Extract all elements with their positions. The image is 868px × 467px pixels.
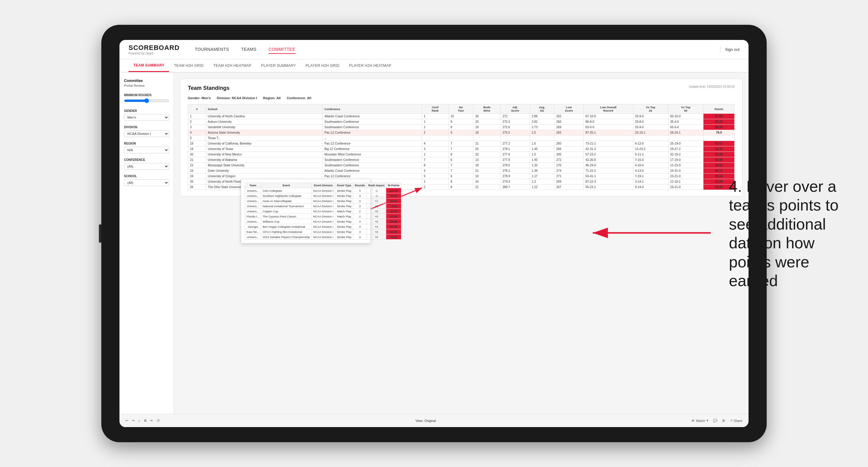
watch-button[interactable]: 👁 Watch ▾ xyxy=(691,418,708,423)
conference-filter-value: All xyxy=(307,96,311,100)
filter-school: School (All) xyxy=(124,175,169,186)
tab-player-summary[interactable]: PLAYER SUMMARY xyxy=(256,59,301,72)
division-filter-value: NCAA Division I xyxy=(232,96,257,100)
report-header: Team Standings Update time: 13/03/2024 1… xyxy=(188,85,735,91)
table-row[interactable]: 3Vanderbilt UniversitySoutheastern Confe… xyxy=(188,125,735,130)
feedback-button[interactable]: 💬 xyxy=(713,418,717,423)
content-area: Team Standings Update time: 13/03/2024 1… xyxy=(174,72,748,414)
app-logo-sub: Powered by clippd xyxy=(128,52,180,55)
tooltip-col-team: Team xyxy=(245,183,261,188)
conference-filter-label: Conference: xyxy=(287,96,306,100)
tooltip-table-row: GeorgiaBen Hogan Collegiate Invitational… xyxy=(245,224,401,229)
col-vs25: Vs Top25 xyxy=(633,104,668,114)
bottom-toolbar: ↩ ↪ ⌂ ⊞ ✏ ⏱ View: Original 👁 Watch ▾ 💬 ⊞… xyxy=(120,414,748,427)
sign-out-button[interactable]: Sign out xyxy=(725,47,740,52)
filter-min-rounds-label: Minimum Rounds xyxy=(124,93,169,97)
table-row[interactable]: 18University of California, BerkeleyPac-… xyxy=(188,141,735,146)
filter-min-rounds: Minimum Rounds xyxy=(124,93,169,104)
redo-button[interactable]: ↪ xyxy=(132,418,134,423)
min-rounds-slider[interactable] xyxy=(124,98,169,103)
report-filters-display: Gender: Men's Division: NCAA Division I … xyxy=(188,96,735,100)
copy-button[interactable]: ⊞ xyxy=(144,418,147,423)
conference-select[interactable]: (All) xyxy=(124,163,169,170)
tablet-frame: SCOREBOARD Powered by clippd TOURNAMENTS… xyxy=(101,25,767,442)
app-header: SCOREBOARD Powered by clippd TOURNAMENTS… xyxy=(120,40,748,59)
nav-tournaments[interactable]: TOURNAMENTS xyxy=(195,45,229,54)
home-button[interactable]: ⌂ xyxy=(138,419,140,423)
timer-button[interactable]: ⏱ xyxy=(157,419,160,423)
tab-team-summary[interactable]: TEAM SUMMARY xyxy=(128,59,169,72)
tab-team-h2h-heatmap[interactable]: TEAM H2H HEATMAP xyxy=(208,59,256,72)
table-row[interactable]: 22Mississippi State UniversitySoutheaste… xyxy=(188,163,735,168)
filter-division-label: Division xyxy=(124,126,169,129)
filter-conference-label: Conference xyxy=(124,158,169,161)
region-filter-display: Region: All xyxy=(263,96,281,100)
division-select[interactable]: NCAA Division I NCAA Division II NCAA Di… xyxy=(124,130,169,137)
col-conference: Conference xyxy=(322,104,422,114)
tab-team-h2h-grid[interactable]: TEAM H2H GRID xyxy=(169,59,208,72)
tooltip-col-type: Event Type xyxy=(335,183,353,188)
tablet-screen: SCOREBOARD Powered by clippd TOURNAMENTS… xyxy=(120,40,748,427)
division-filter-display: Division: NCAA Division I xyxy=(217,96,257,100)
col-school: School xyxy=(206,104,323,114)
draw-button[interactable]: ✏ xyxy=(150,418,153,423)
update-time: Update time: 13/03/2024 10:03:42 xyxy=(689,85,735,88)
table-row[interactable]: 23Duke UniversityAtlantic Coast Conferen… xyxy=(188,168,735,174)
region-filter-label: Region: xyxy=(263,96,276,100)
nav-teams[interactable]: TEAMS xyxy=(241,45,256,54)
tooltip-col-division: Event Division xyxy=(311,183,335,188)
table-row[interactable]: 1University of North CarolinaAtlantic Co… xyxy=(188,114,735,119)
tooltip-table-row: Univers...Amer Ar IntercollegiateNCAA Di… xyxy=(245,198,401,204)
region-filter-value: All xyxy=(276,96,281,100)
main-content: Committee Portal Review Minimum Rounds G… xyxy=(120,72,748,414)
table-row[interactable]: 21University of AlabamaSoutheastern Conf… xyxy=(188,157,735,163)
sidebar-title: Committee xyxy=(124,79,169,83)
tooltip-col-rounds: Rounds xyxy=(353,183,367,188)
sidebar-subtitle: Portal Review xyxy=(124,84,169,87)
col-vs50: Vs Top50 xyxy=(668,104,703,114)
tab-player-h2h-grid[interactable]: PLAYER H2H GRID xyxy=(301,59,344,72)
tooltip-table-row: Univers...Southern Highlands CollegiateN… xyxy=(245,193,401,198)
region-select[interactable]: N/A All xyxy=(124,147,169,153)
table-row[interactable]: 20University of New MexicoMountain West … xyxy=(188,152,735,157)
tooltip-col-event: Event xyxy=(261,183,311,188)
gender-filter-label: Gender: xyxy=(188,96,200,100)
tooltip-table-row: Univers...Copper CupNCAA Division IMatch… xyxy=(245,209,401,214)
gender-filter-display: Gender: Men's xyxy=(188,96,211,100)
filter-region: Region N/A All xyxy=(124,142,169,153)
gender-select[interactable]: Men's Women's xyxy=(124,114,169,121)
grid-button[interactable]: ⊞ xyxy=(722,418,725,423)
filter-conference: Conference (All) xyxy=(124,158,169,170)
toolbar-left: ↩ ↪ ⌂ ⊞ ✏ ⏱ xyxy=(125,418,160,423)
col-points: Points xyxy=(703,104,734,114)
table-row[interactable]: 24University of OregonPac-12 Conference5… xyxy=(188,174,735,179)
col-low-score: LowScore xyxy=(554,104,584,114)
filter-region-label: Region xyxy=(124,142,169,145)
tooltip-table-row: East Ter...OFCC Fighting Illini Invitati… xyxy=(245,229,401,235)
tooltip-table: Team Event Event Division Event Type Rou… xyxy=(245,183,401,240)
share-button[interactable]: ↗ Share xyxy=(730,418,743,423)
sub-nav: TEAM SUMMARY TEAM H2H GRID TEAM H2H HEAT… xyxy=(120,59,748,72)
tooltip-table-row: Univers...National Invitational Tourname… xyxy=(245,204,401,209)
filter-division: Division NCAA Division I NCAA Division I… xyxy=(124,126,169,137)
main-nav: TOURNAMENTS TEAMS COMMITTEE xyxy=(195,45,720,54)
tab-player-h2h-heatmap[interactable]: PLAYER H2H HEATMAP xyxy=(344,59,396,72)
table-row[interactable]: 4Arizona State UniversityPac-12 Conferen… xyxy=(188,130,735,135)
table-row[interactable]: 2Auburn UniversitySoutheastern Conferenc… xyxy=(188,119,735,125)
col-avg-sg: Avg.SG xyxy=(530,104,554,114)
tablet-side-button xyxy=(99,224,101,243)
table-row[interactable]: 19University of TexasBig 12 Conference37… xyxy=(188,146,735,152)
header-divider xyxy=(720,46,720,53)
tooltip-table-row: Univers...Williams CupNCAA Division IStr… xyxy=(245,219,401,224)
tooltip-popup: Team Event Event Division Event Type Rou… xyxy=(241,179,371,244)
table-row[interactable]: 5Texas T...... xyxy=(188,135,735,141)
standings-table: # School Conference ConfRank NoTour Bnds… xyxy=(188,104,735,190)
sidebar: Committee Portal Review Minimum Rounds G… xyxy=(120,72,174,414)
col-conf-rank: ConfRank xyxy=(422,104,448,114)
undo-button[interactable]: ↩ xyxy=(125,418,128,423)
col-low-record: Low OverallRecord xyxy=(583,104,633,114)
nav-committee[interactable]: COMMITTEE xyxy=(269,45,296,54)
col-adj-score: Adj.Score xyxy=(500,104,530,114)
school-select[interactable]: (All) xyxy=(124,179,169,186)
toolbar-right: 👁 Watch ▾ 💬 ⊞ ↗ Share xyxy=(691,418,743,423)
